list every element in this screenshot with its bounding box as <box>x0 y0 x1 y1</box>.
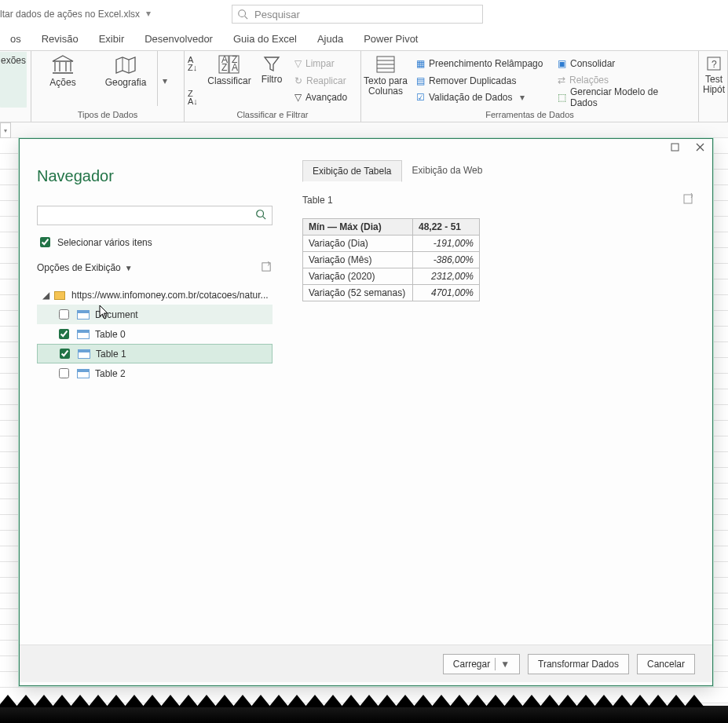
sort-asc-button[interactable]: AZ↓ <box>188 55 200 72</box>
collapse-icon[interactable]: ◢ <box>42 290 49 301</box>
conexoes-button[interactable]: exões <box>0 52 27 108</box>
limpar-button[interactable]: ▽Limpar <box>291 55 356 72</box>
tab-table-view[interactable]: Exibição de Tabela <box>302 160 402 182</box>
nav-tree: ◢ https://www.infomoney.com.br/cotacoes/… <box>37 286 273 383</box>
tree-leaf-document[interactable]: Document <box>37 305 273 324</box>
dialog-title: Navegador <box>37 167 273 185</box>
refresh-preview-button[interactable] <box>682 192 695 207</box>
table-row: Variação (52 semanas)4701,00% <box>303 285 480 301</box>
reaplicar-button[interactable]: ↻Reaplicar <box>291 72 356 89</box>
preview-title-row: Table 1 <box>302 192 695 207</box>
consolidar-button[interactable]: ▣Consolidar <box>554 55 690 72</box>
cell-value: -386,00% <box>413 252 480 268</box>
tree-leaf-checkbox[interactable] <box>60 349 70 359</box>
flash-fill-icon: ▦ <box>416 58 425 69</box>
tab-revisao[interactable]: Revisão <box>31 28 89 50</box>
data-model-icon: ⬚ <box>558 92 566 103</box>
filtro-button[interactable]: Filtro <box>255 51 288 108</box>
texto-para-colunas-label: Texto paraColunas <box>364 76 408 97</box>
group-tipos-de-dados: Ações Geografia ▾ Tipos de Dados <box>31 51 185 122</box>
chevron-down-icon[interactable]: ▼ <box>500 659 510 670</box>
svg-point-0 <box>239 10 246 17</box>
validacao-button[interactable]: ☑Validação de Dados▾ <box>413 89 548 106</box>
data-types-more[interactable]: ▾ <box>157 51 171 106</box>
tab-exibir[interactable]: Exibir <box>89 28 135 50</box>
chevron-down-icon: ▾ <box>4 127 7 134</box>
teste-hipoteses-button[interactable]: ? TestHipót <box>701 51 727 108</box>
titlebar: ltar dados de ações no Excel.xlsx ▾ <box>0 0 728 28</box>
carregar-label: Carregar <box>453 659 490 670</box>
tree-leaf-label: Table 2 <box>95 368 126 379</box>
sort-icon: AZZA <box>218 55 240 74</box>
close-button[interactable] <box>687 139 712 158</box>
tab-power-pivot[interactable]: Power Pivot <box>353 28 428 50</box>
table-icon <box>77 330 90 339</box>
search-box[interactable] <box>232 5 483 24</box>
geografia-button[interactable]: Geografia <box>94 51 157 108</box>
dialog-titlebar <box>20 139 712 158</box>
tree-leaf-table-2[interactable]: Table 2 <box>37 363 273 383</box>
tree-url-node[interactable]: ◢ https://www.infomoney.com.br/cotacoes/… <box>37 286 273 305</box>
group-ferramentas-de-dados: Texto paraColunas ▦Preenchimento Relâmpa… <box>361 51 699 122</box>
sort-desc-button[interactable]: ZA↓ <box>188 89 200 106</box>
tree-leaf-table-0[interactable]: Table 0 <box>37 324 273 344</box>
texto-para-colunas-button[interactable]: Texto paraColunas <box>361 51 410 108</box>
group-label: Classificar e Filtrar <box>185 110 360 122</box>
chevron-down-icon[interactable]: ▾ <box>146 8 151 19</box>
cancelar-label: Cancelar <box>647 659 685 670</box>
select-multi-checkbox[interactable]: Selecionar vários itens <box>37 235 273 250</box>
display-options-button[interactable]: Opções de Exibição ▼ <box>37 262 133 273</box>
maximize-button[interactable] <box>662 139 687 158</box>
svg-point-25 <box>257 210 264 217</box>
doc-title-text: ltar dados de ações no Excel.xlsx <box>0 9 140 20</box>
svg-line-26 <box>263 217 266 220</box>
sort-asc-desc: AZ↓ ZA↓ <box>185 51 203 106</box>
select-multi-label: Selecionar vários itens <box>57 237 152 248</box>
svg-marker-2 <box>53 56 73 61</box>
select-multi-input[interactable] <box>40 237 50 247</box>
geografia-label: Geografia <box>105 78 147 88</box>
refresh-button[interactable] <box>261 264 273 275</box>
cancelar-button[interactable]: Cancelar <box>637 654 695 674</box>
transformar-button[interactable]: Transformar Dados <box>528 654 629 674</box>
classificar-button[interactable]: AZZA Classificar <box>203 51 255 108</box>
table-icon <box>78 349 90 359</box>
cell-value: 2312,00% <box>413 268 480 285</box>
tree-leaf-checkbox[interactable] <box>59 329 69 339</box>
nav-right-pane: Exibição de Tabela Exibição da Web Table… <box>288 158 695 644</box>
sort-desc-icon: ZA↓ <box>188 89 198 105</box>
tab-os[interactable]: os <box>0 28 31 50</box>
bank-icon <box>51 55 75 75</box>
select-all-corner[interactable]: ▾ <box>0 122 11 138</box>
carregar-button[interactable]: Carregar ▼ <box>443 654 520 674</box>
modelo-button[interactable]: ⬚Gerenciar Modelo de Dados <box>554 89 690 106</box>
tree-leaf-checkbox[interactable] <box>59 368 69 378</box>
preenchimento-label: Preenchimento Relâmpago <box>429 58 543 69</box>
preview-title: Table 1 <box>302 195 333 206</box>
preview-th-0: Mín — Máx (Dia) <box>303 219 413 236</box>
table-row: Variação (Mês)-386,00% <box>303 252 480 268</box>
text-to-columns-icon <box>375 55 397 74</box>
close-icon <box>696 143 704 154</box>
preview-th-1: 48,22 - 51 <box>413 219 480 236</box>
nav-search-input[interactable] <box>42 206 254 225</box>
search-input[interactable] <box>253 5 482 23</box>
preenchimento-button[interactable]: ▦Preenchimento Relâmpago <box>413 55 548 72</box>
modelo-label: Gerenciar Modelo de Dados <box>570 86 686 108</box>
tab-desenvolvedor[interactable]: Desenvolvedor <box>134 28 223 50</box>
avancado-button[interactable]: ▽Avançado <box>291 89 356 106</box>
cell-key: Variação (Dia) <box>303 236 413 252</box>
display-options-row: Opções de Exibição ▼ <box>37 261 273 275</box>
advanced-icon: ▽ <box>294 92 302 103</box>
tab-web-view[interactable]: Exibição da Web <box>402 159 493 181</box>
remover-duplicadas-button[interactable]: ▤Remover Duplicadas <box>413 72 548 89</box>
tree-leaf-checkbox[interactable] <box>59 309 69 320</box>
acoes-button[interactable]: Ações <box>31 51 94 108</box>
nav-search[interactable] <box>37 206 273 225</box>
tab-guia-excel[interactable]: Guia do Excel <box>223 28 307 50</box>
chevron-down-icon: ▾ <box>520 92 525 103</box>
tree-leaf-table-1[interactable]: Table 1 <box>37 344 273 363</box>
remove-dup-icon: ▤ <box>416 75 425 86</box>
group-previsao: ? TestHipót <box>699 51 728 122</box>
tab-ajuda[interactable]: Ajuda <box>307 28 353 50</box>
